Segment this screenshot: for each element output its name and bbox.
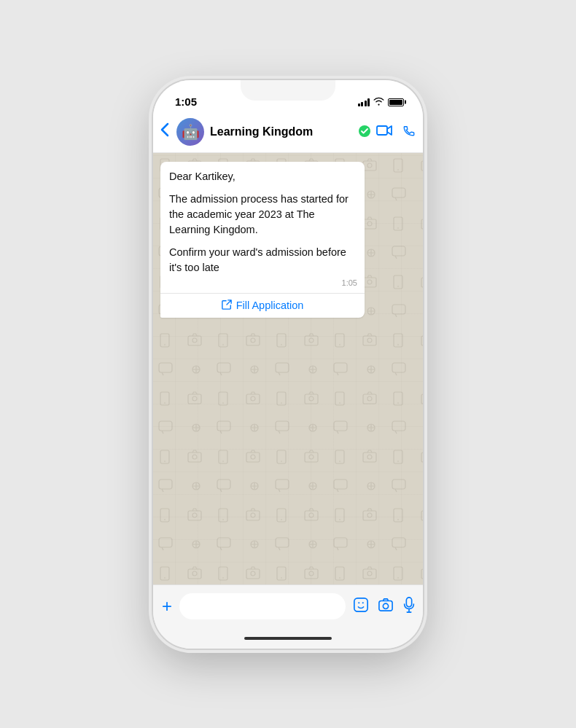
svg-rect-9 bbox=[354, 598, 367, 611]
home-bar bbox=[244, 637, 332, 640]
phone-call-icon[interactable] bbox=[402, 124, 416, 141]
attach-button[interactable]: + bbox=[162, 596, 172, 617]
chat-header: 🤖 Learning Kingdom bbox=[153, 112, 423, 153]
status-icons bbox=[358, 97, 405, 108]
message-greeting: Dear Kartikey, bbox=[169, 169, 356, 184]
header-icons bbox=[376, 124, 416, 141]
message-bubble: Dear Kartikey, The admission process has… bbox=[160, 162, 365, 318]
fill-application-button[interactable]: Fill Application bbox=[160, 294, 365, 318]
phone-notch bbox=[241, 80, 335, 101]
svg-point-11 bbox=[362, 602, 364, 603]
input-icons bbox=[353, 597, 416, 617]
message-text-area: Dear Kartikey, The admission process has… bbox=[160, 162, 365, 278]
external-link-icon bbox=[222, 300, 232, 312]
message-input[interactable] bbox=[179, 593, 346, 619]
microphone-icon[interactable] bbox=[402, 597, 416, 617]
message-container: Dear Kartikey, The admission process has… bbox=[160, 162, 416, 318]
message-footer: 1:05 bbox=[160, 278, 365, 293]
battery-icon bbox=[388, 98, 404, 106]
chat-body: Dear Kartikey, The admission process has… bbox=[153, 153, 423, 584]
svg-point-13 bbox=[383, 603, 388, 608]
contact-name: Learning Kingdom bbox=[210, 125, 353, 138]
wifi-icon bbox=[373, 97, 384, 108]
sticker-icon[interactable] bbox=[353, 597, 369, 617]
message-paragraph1: The admission process has started for th… bbox=[169, 192, 356, 238]
phone-frame: 1:05 bbox=[153, 80, 423, 649]
verified-badge bbox=[359, 125, 370, 139]
status-time: 1:05 bbox=[175, 95, 197, 108]
camera-icon[interactable] bbox=[378, 598, 394, 616]
message-paragraph2: Confirm your ward's admission before it'… bbox=[169, 245, 356, 275]
fill-application-label: Fill Application bbox=[236, 300, 304, 311]
chat-input-bar: + bbox=[153, 584, 423, 628]
chat-messages: Dear Kartikey, The admission process has… bbox=[153, 153, 423, 329]
video-call-icon[interactable] bbox=[376, 125, 392, 140]
home-indicator bbox=[153, 628, 423, 649]
svg-rect-14 bbox=[406, 597, 411, 606]
message-time: 1:05 bbox=[342, 278, 357, 287]
svg-point-10 bbox=[358, 602, 359, 603]
signal-icon bbox=[358, 98, 370, 106]
svg-rect-1 bbox=[377, 126, 387, 135]
avatar: 🤖 bbox=[176, 118, 204, 146]
back-button[interactable] bbox=[160, 122, 169, 141]
